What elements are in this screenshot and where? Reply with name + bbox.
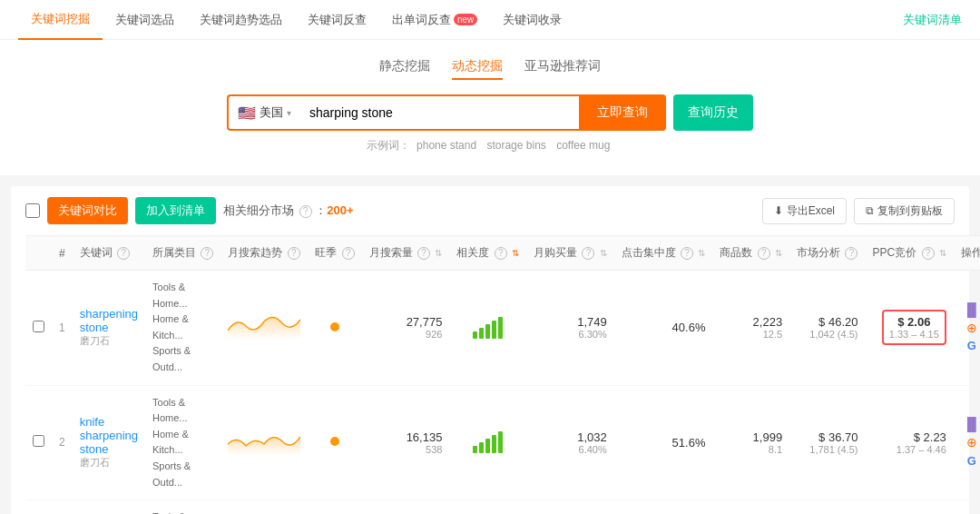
th-relevance-info[interactable]: ? (495, 247, 507, 260)
search-vol-sub: 538 (369, 444, 443, 455)
country-name: 美国 (260, 104, 283, 121)
row-actions: ▐▌ ⊕ G (954, 271, 980, 386)
tab-static[interactable]: 静态挖掘 (379, 58, 430, 80)
th-market: 市场分析 ? (789, 236, 865, 271)
row-category: Tools & Home...Home & Kitch... (145, 500, 220, 514)
row-products: 2,223 12.5 (712, 271, 789, 386)
nav-item-keyword-reverse[interactable]: 关键词反查 (295, 0, 379, 40)
th-purchase: 月购买量 ? ⇅ (526, 236, 614, 271)
products-main: 2,223 (720, 315, 782, 329)
th-click-info[interactable]: ? (681, 247, 693, 260)
row-click: 40.6% (614, 271, 713, 386)
keyword-main-text[interactable]: knife sharpening stone (80, 415, 138, 456)
row-checkbox[interactable] (33, 435, 44, 447)
tab-amazon-recommend[interactable]: 亚马逊推荐词 (524, 58, 601, 80)
google-icon[interactable]: G (964, 452, 980, 469)
google-icon[interactable]: G (964, 338, 980, 354)
nav-item-keyword-record[interactable]: 关键词收录 (490, 0, 574, 40)
search-vol-main: 16,135 (369, 430, 443, 444)
action-icons-group: ▐▌ ⊕ G (961, 416, 980, 469)
market-sub: 1,042 (4.5) (797, 329, 858, 340)
row-actions: ▐▌ ⊕ G (954, 500, 980, 514)
market-info-icon[interactable]: ? (299, 205, 312, 218)
row-checkbox-cell (25, 500, 52, 514)
th-purchase-sort[interactable]: ⇅ (600, 248, 607, 258)
th-category-info[interactable]: ? (201, 247, 213, 260)
th-products: 商品数 ? ⇅ (712, 236, 789, 271)
th-purchase-info[interactable]: ? (582, 247, 594, 260)
th-search-info[interactable]: ? (417, 247, 430, 260)
nav-item-keyword-trend[interactable]: 关键词趋势选品 (187, 0, 295, 40)
example-coffee-mug[interactable]: coffee mug (556, 139, 610, 152)
keyword-list-link[interactable]: 关键词清单 (903, 12, 962, 28)
th-ppc-info[interactable]: ? (922, 247, 935, 260)
example-phone-stand[interactable]: phone stand (416, 139, 476, 152)
batch-compare-button[interactable]: 关键词对比 (47, 197, 128, 224)
nav-item-order-reverse[interactable]: 出单词反查 new (379, 0, 490, 40)
search-row: 🇺🇸 美国 ▾ 立即查询 查询历史 (227, 94, 753, 131)
row-search-volume: 16,135 538 (362, 385, 450, 500)
th-num: # (52, 236, 73, 271)
toolbar: 关键词对比 加入到清单 相关细分市场 ? ：200+ ⬇ 导出Excel ⧉ 复… (25, 197, 955, 224)
add-to-list-button[interactable]: 加入到清单 (135, 197, 216, 224)
market-sub: 1,781 (4.5) (797, 444, 858, 455)
keyword-main-text[interactable]: sharpening stone (80, 307, 138, 334)
chart-icon[interactable]: ▐▌ (964, 416, 980, 432)
nav-item-keyword-mining[interactable]: 关键词挖掘 (18, 0, 103, 40)
row-trend (220, 271, 308, 386)
tab-dynamic[interactable]: 动态挖掘 (452, 58, 503, 80)
export-excel-button[interactable]: ⬇ 导出Excel (762, 198, 847, 224)
search-vol-sub: 926 (369, 329, 443, 340)
th-keyword: 关键词 ? (73, 236, 145, 271)
country-selector[interactable]: 🇺🇸 美国 ▾ (227, 94, 300, 131)
example-storage-bins[interactable]: storage bins (486, 139, 545, 152)
category-list: Tools & Home...Home & Kitch...Sports & O… (152, 395, 213, 491)
copy-icon: ⧉ (866, 204, 874, 217)
row-checkbox-cell (25, 271, 52, 386)
th-ppc-sort[interactable]: ⇅ (939, 248, 946, 258)
download-icon: ⬇ (774, 204, 783, 217)
search-button[interactable]: 立即查询 (579, 94, 666, 131)
th-search-sort[interactable]: ⇅ (435, 248, 442, 258)
th-trend-info[interactable]: ? (288, 247, 300, 260)
nav-item-keyword-selection[interactable]: 关键词选品 (103, 0, 187, 40)
search-vol-main: 27,775 (369, 315, 443, 329)
th-products-sort[interactable]: ⇅ (775, 248, 782, 258)
keyword-table: # 关键词 ? 所属类目 ? 月搜索趋势 ? 旺季 ? 月 (25, 235, 980, 514)
category-list: Tools & Home...Home & Kitch...Sports & O… (152, 280, 213, 376)
add-icon[interactable]: ⊕ (964, 434, 980, 450)
th-action: 操作 (954, 236, 980, 271)
row-ppc: $ 2.32 (865, 500, 953, 514)
row-checkbox[interactable] (33, 321, 44, 332)
keyword-sub-text: 磨刀石 (80, 456, 138, 470)
products-main: 1,999 (720, 430, 782, 444)
example-row: 示例词： phone stand storage bins coffee mug (367, 138, 614, 153)
row-search-volume: 27,775 926 (362, 271, 450, 386)
search-tabs: 静态挖掘 动态挖掘 亚马逊推荐词 (379, 58, 601, 80)
add-icon[interactable]: ⊕ (964, 320, 980, 336)
th-products-info[interactable]: ? (758, 247, 770, 260)
th-keyword-info[interactable]: ? (117, 247, 130, 260)
select-all-checkbox[interactable] (25, 203, 40, 218)
th-check (25, 236, 52, 271)
history-button[interactable]: 查询历史 (673, 94, 753, 131)
chart-icon[interactable]: ▐▌ (964, 301, 980, 318)
market-count: 200+ (327, 203, 353, 217)
search-input[interactable] (300, 94, 579, 131)
row-market: $ 46.20 1,042 (4.5) (789, 271, 865, 386)
th-click-sort[interactable]: ⇅ (698, 248, 705, 258)
chevron-down-icon: ▾ (287, 108, 291, 118)
row-click: 51.6% (614, 385, 713, 500)
keyword-sub-text: 磨刀石 (80, 334, 138, 348)
row-market: $ 36.70 1,781 (4.5) (789, 385, 865, 500)
row-relevance (449, 385, 526, 500)
th-season: 旺季 ? (308, 236, 361, 271)
th-season-info[interactable]: ? (342, 247, 355, 260)
th-relevance-sort[interactable]: ⇅ (512, 248, 519, 258)
purchase-main: 1,032 (534, 430, 607, 444)
th-market-info[interactable]: ? (845, 247, 858, 260)
copy-clipboard-button[interactable]: ⧉ 复制到剪贴板 (854, 198, 955, 224)
row-relevance (449, 500, 526, 514)
row-products: 600 790 (4.5) (712, 500, 789, 514)
ppc-value: $ 2.061.33 – 4.15 (882, 310, 946, 345)
